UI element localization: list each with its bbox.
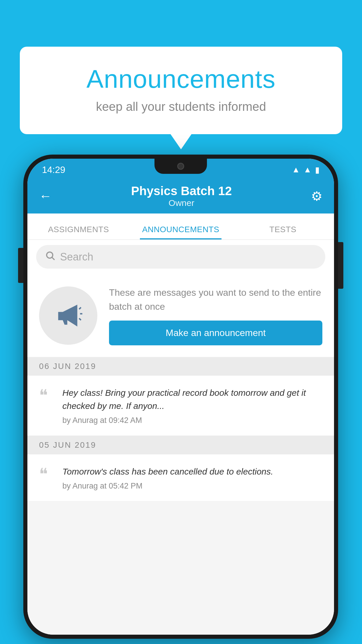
signal-icon: ▲ — [303, 165, 312, 174]
header-title-group: Physics Batch 12 Owner — [131, 184, 232, 208]
phone-outer: 14:29 ▲ ▲ ▮ ← Physics Batch 12 Owner ⚙ — [23, 155, 338, 639]
message-item-2[interactable]: ❝ Tomorrow's class has been cancelled du… — [27, 454, 334, 501]
tab-tests[interactable]: TESTS — [232, 225, 334, 239]
search-placeholder: Search — [60, 251, 93, 263]
message-item-1[interactable]: ❝ Hey class! Bring your practical record… — [27, 376, 334, 436]
date-separator-2: 05 JUN 2019 — [27, 436, 334, 454]
status-time: 14:29 — [42, 164, 65, 175]
date-separator-1: 06 JUN 2019 — [27, 357, 334, 376]
megaphone-icon — [54, 301, 83, 330]
tabs-bar: ASSIGNMENTS ANNOUNCEMENTS TESTS — [27, 214, 334, 240]
phone-inner: 14:29 ▲ ▲ ▮ ← Physics Batch 12 Owner ⚙ — [27, 159, 334, 635]
speech-bubble-container: Announcements keep all your students inf… — [20, 47, 342, 134]
search-input-wrap[interactable]: Search — [36, 245, 325, 269]
announce-text-side: These are messages you want to send to t… — [109, 286, 322, 345]
announcement-icon-circle — [39, 286, 97, 345]
battery-icon: ▮ — [315, 165, 319, 175]
announcement-card: These are messages you want to send to t… — [27, 274, 334, 357]
quote-icon-1: ❝ — [39, 387, 54, 404]
svg-line-1 — [52, 258, 55, 260]
announce-description: These are messages you want to send to t… — [109, 286, 322, 314]
wifi-icon: ▲ — [292, 165, 300, 174]
tab-assignments[interactable]: ASSIGNMENTS — [27, 225, 130, 239]
speech-bubble: Announcements keep all your students inf… — [20, 47, 342, 134]
speech-bubble-title: Announcements — [43, 64, 319, 94]
speech-bubble-subtitle: keep all your students informed — [43, 100, 319, 114]
gear-icon[interactable]: ⚙ — [311, 189, 322, 204]
message-content-1: Hey class! Bring your practical record b… — [62, 386, 322, 425]
quote-icon-2: ❝ — [39, 466, 54, 482]
phone-wrapper: 14:29 ▲ ▲ ▮ ← Physics Batch 12 Owner ⚙ — [23, 155, 338, 639]
message-content-2: Tomorrow's class has been cancelled due … — [62, 465, 322, 491]
svg-line-4 — [79, 318, 81, 320]
message-meta-1: by Anurag at 09:42 AM — [62, 416, 322, 425]
back-button[interactable]: ← — [39, 189, 52, 203]
tab-announcements[interactable]: ANNOUNCEMENTS — [130, 225, 232, 239]
search-container: Search — [27, 240, 334, 274]
message-text-2: Tomorrow's class has been cancelled due … — [62, 465, 322, 478]
status-icons: ▲ ▲ ▮ — [292, 165, 319, 175]
svg-line-2 — [79, 307, 81, 309]
camera-icon — [177, 163, 184, 170]
svg-point-0 — [47, 252, 53, 258]
content-area: Search These are messages you — [27, 240, 334, 635]
header-title: Physics Batch 12 — [131, 184, 232, 198]
search-icon — [45, 250, 55, 263]
header-subtitle: Owner — [131, 198, 232, 208]
app-header: ← Physics Batch 12 Owner ⚙ — [27, 178, 334, 214]
make-announcement-button[interactable]: Make an announcement — [109, 321, 322, 345]
phone-notch — [154, 159, 207, 174]
message-meta-2: by Anurag at 05:42 PM — [62, 482, 322, 491]
message-text-1: Hey class! Bring your practical record b… — [62, 386, 322, 412]
